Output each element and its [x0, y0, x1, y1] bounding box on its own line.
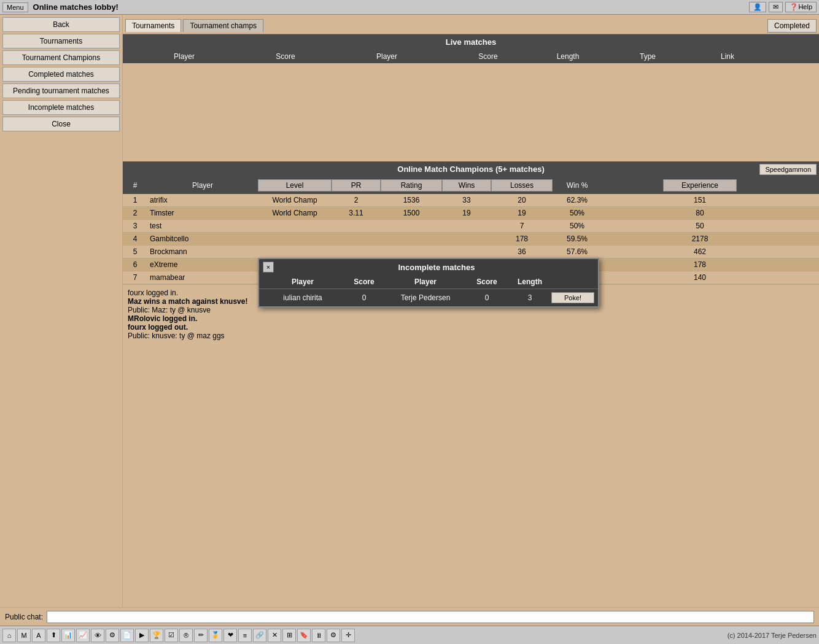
modal-col-action — [551, 277, 594, 286]
modal-title: Incomplete matches — [279, 263, 594, 272]
modal-score1: 0 — [343, 293, 386, 302]
modal-col-player2: Player — [386, 277, 465, 286]
modal-player1: iulian chirita — [263, 293, 343, 302]
modal-row: iulian chirita 0 Terje Pedersen 0 3 Poke… — [259, 289, 598, 306]
modal-title-bar: × Incomplete matches — [259, 259, 598, 275]
modal-length: 3 — [508, 293, 551, 302]
poke-button[interactable]: Poke! — [551, 292, 594, 303]
modal-col-score2: Score — [465, 277, 508, 286]
modal-player2: Terje Pedersen — [386, 293, 465, 302]
modal-close-button[interactable]: × — [263, 262, 274, 273]
modal-col-player1: Player — [263, 277, 343, 286]
modal-columns: Player Score Player Score Length — [259, 275, 598, 289]
incomplete-matches-modal: × Incomplete matches Player Score Player… — [258, 258, 599, 308]
modal-score2: 0 — [465, 293, 508, 302]
modal-col-score1: Score — [343, 277, 386, 286]
modal-overlay: × Incomplete matches Player Score Player… — [0, 0, 819, 644]
modal-col-length: Length — [508, 277, 551, 286]
